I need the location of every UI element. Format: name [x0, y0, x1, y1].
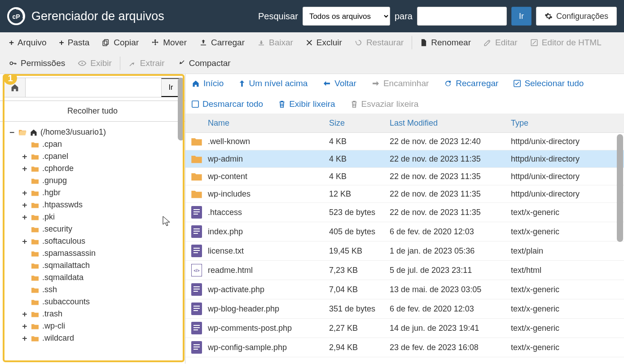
tree-item-label: .wp-cli	[42, 321, 65, 331]
move-button[interactable]: Mover	[145, 32, 193, 53]
file-type: httpd/unix-directory	[511, 172, 596, 181]
tree-item[interactable]: .ssh	[22, 284, 185, 296]
unselect-all-link[interactable]: Desmarcar todo	[192, 99, 263, 109]
table-row[interactable]: index.php405 de bytes6 de fev. de 2020 1…	[185, 222, 624, 241]
home-icon	[30, 129, 38, 136]
expand-toggle[interactable]: +	[22, 200, 28, 210]
tree-item[interactable]: .sqmailattach	[22, 259, 185, 272]
tree-root[interactable]: − (/home3/usuario1)	[9, 126, 185, 138]
expand-toggle[interactable]: +	[22, 321, 28, 331]
path-input[interactable]	[26, 78, 161, 97]
restore-button[interactable]: Restaurar	[348, 32, 410, 53]
table-row[interactable]: wp-content4 KB22 de nov. de 2023 11:35ht…	[185, 168, 624, 185]
upload-button[interactable]: Carregar	[193, 32, 251, 53]
tree-item[interactable]: .sqmaildata	[22, 272, 185, 284]
reload-link[interactable]: Recarregar	[444, 79, 498, 88]
new-folder-button[interactable]: +Pasta	[53, 32, 96, 53]
search-input[interactable]	[417, 7, 507, 26]
folder-open-icon	[18, 129, 27, 136]
select-all-link[interactable]: Selecionar tudo	[514, 79, 584, 88]
app-header: cP Gerenciador de arquivos Pesquisar Tod…	[0, 0, 624, 32]
expand-toggle[interactable]: +	[22, 188, 28, 197]
expand-toggle[interactable]: +	[22, 152, 28, 161]
tree-item[interactable]: +.wildcard	[22, 332, 185, 344]
tree-item[interactable]: .spamassassin	[22, 247, 185, 259]
empty-trash-link[interactable]: Esvaziar lixeira	[351, 99, 419, 109]
column-size[interactable]: Size	[329, 118, 390, 128]
tree-item[interactable]: +.cphorde	[22, 162, 185, 175]
folder-icon	[31, 177, 40, 184]
column-name[interactable]: Name	[208, 118, 329, 128]
collapse-all-button[interactable]: Recolher tudo	[0, 101, 185, 122]
table-row[interactable]: wp-activate.php7,04 KB13 de mai. de 2023…	[185, 280, 624, 299]
permissions-button[interactable]: Permissões	[3, 53, 71, 74]
table-row[interactable]: </>readme.html7,23 KB5 de jul. de 2023 2…	[185, 261, 624, 280]
table-row[interactable]: .htaccess523 de bytes22 de nov. de 2023 …	[185, 203, 624, 222]
settings-label: Configurações	[556, 12, 608, 21]
column-modified[interactable]: Last Modified	[390, 118, 511, 128]
folder-icon	[31, 226, 40, 233]
delete-button[interactable]: Excluir	[299, 32, 348, 53]
scrollbar-thumb[interactable]	[178, 78, 184, 140]
table-row[interactable]: wp-comments-post.php2,27 KB14 de jun. de…	[185, 319, 624, 338]
search-scope-select[interactable]: Todos os arquivos	[303, 7, 390, 26]
scrollbar-thumb[interactable]	[617, 134, 623, 242]
expand-toggle[interactable]: +	[22, 212, 28, 222]
folder-icon	[31, 311, 40, 318]
extract-button[interactable]: Extrair	[122, 53, 171, 74]
settings-button[interactable]: Configurações	[536, 7, 617, 26]
extract-icon	[128, 59, 136, 67]
file-type: text/x-generic	[511, 208, 596, 217]
up-level-link[interactable]: Um nível acima	[239, 79, 308, 88]
table-row[interactable]: license.txt19,45 KB1 de jan. de 2023 05:…	[185, 241, 624, 261]
copy-button[interactable]: Copiar	[96, 32, 145, 53]
view-button[interactable]: Exibir	[71, 53, 118, 74]
expand-toggle[interactable]: +	[22, 237, 28, 246]
tree-item[interactable]: .cpan	[22, 138, 185, 150]
tree-item[interactable]: +.cpanel	[22, 150, 185, 162]
edit-button[interactable]: Editar	[477, 32, 524, 53]
column-type[interactable]: Type	[511, 118, 596, 128]
forward-link[interactable]: Encaminhar	[372, 79, 429, 88]
html-editor-button[interactable]: Editor de HTML	[524, 32, 608, 53]
file-name: wp-activate.php	[208, 285, 329, 294]
file-size: 405 de bytes	[329, 227, 390, 237]
folder-icon	[31, 214, 40, 221]
pencil-icon	[483, 39, 492, 47]
download-button[interactable]: Baixar	[251, 32, 299, 53]
file-type: text/html	[511, 266, 596, 275]
expand-toggle[interactable]: +	[22, 333, 28, 343]
tree-item[interactable]: .gnupg	[22, 175, 185, 187]
app-title: Gerenciador de arquivos	[31, 9, 164, 23]
file-scrollbar[interactable]	[616, 134, 624, 364]
tree-scrollbar[interactable]	[177, 78, 185, 206]
home-link[interactable]: Início	[192, 79, 224, 88]
table-row[interactable]: .well-known4 KB22 de nov. de 2023 12:40h…	[185, 133, 624, 150]
view-trash-link[interactable]: Exibir lixeira	[278, 99, 335, 109]
table-row[interactable]: wp-admin4 KB22 de nov. de 2023 11:35http…	[185, 150, 624, 168]
table-row[interactable]: wp-config-sample.php2,94 KB23 de fev. de…	[185, 338, 624, 357]
table-row[interactable]: wp-blog-header.php351 de bytes6 de fev. …	[185, 299, 624, 319]
svg-rect-29	[193, 308, 200, 309]
tree-item[interactable]: .subaccounts	[22, 296, 185, 308]
file-modified: 22 de nov. de 2023 11:35	[390, 172, 511, 181]
new-file-button[interactable]: +Arquivo	[3, 32, 53, 53]
rename-button[interactable]: Renomear	[414, 32, 477, 53]
tree-item[interactable]: +.trash	[22, 308, 185, 320]
tree-item[interactable]: +.hgbr	[22, 187, 185, 199]
back-link[interactable]: Voltar	[323, 79, 356, 88]
tree-item[interactable]: +.pki	[22, 211, 185, 223]
search-go-button[interactable]: Ir	[511, 7, 532, 26]
collapse-toggle[interactable]: −	[9, 127, 15, 137]
tree-item[interactable]: .security	[22, 223, 185, 235]
table-row[interactable]: wp-includes12 KB22 de nov. de 2023 11:35…	[185, 185, 624, 203]
svg-rect-36	[193, 344, 200, 345]
tree-item[interactable]: +.wp-cli	[22, 320, 185, 332]
tree-item[interactable]: +.htpasswds	[22, 199, 185, 211]
file-name: license.txt	[208, 246, 329, 256]
svg-rect-20	[193, 252, 198, 253]
tree-item[interactable]: +.softaculous	[22, 235, 185, 247]
expand-toggle[interactable]: +	[22, 309, 28, 319]
expand-toggle[interactable]: +	[22, 164, 28, 173]
compress-button[interactable]: Compactar	[171, 53, 237, 74]
